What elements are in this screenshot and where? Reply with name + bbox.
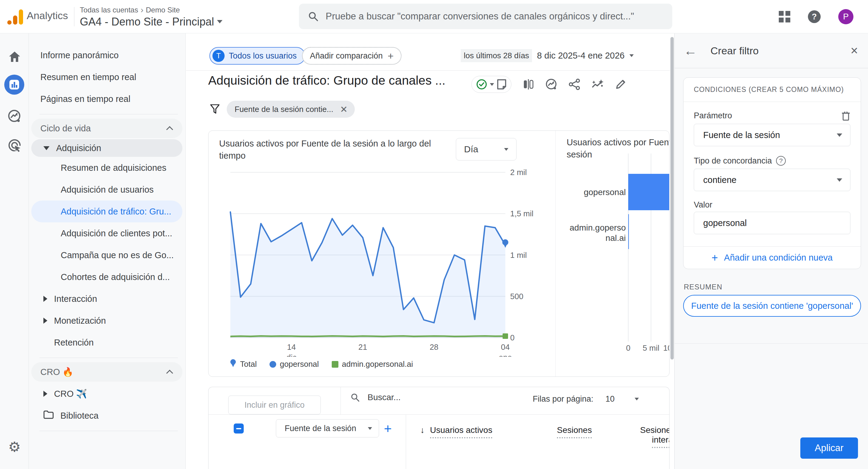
add-condition-button[interactable]: + Añadir una condición nueva [683, 247, 861, 269]
svg-text:1,5 mil: 1,5 mil [510, 209, 533, 218]
rows-per-page-select[interactable]: Filas por página: 10 [533, 395, 639, 404]
granularity-select[interactable]: Día [456, 138, 517, 160]
sidebar-item-ciclo-de-vida[interactable]: Ciclo de vida [31, 119, 182, 138]
sidebar-item-adquisici-n-de-usuarios[interactable]: Adquisición de usuarios [29, 179, 185, 200]
include-in-chart-button[interactable]: Incluir en gráfico [228, 396, 321, 414]
sidebar-item-adquisici-n-de-clientes-pot[interactable]: Adquisición de clientes pot... [29, 222, 185, 244]
sidebar-item-p-ginas-en-tiempo-real[interactable]: Páginas en tiempo real [29, 88, 185, 110]
close-icon[interactable]: ✕ [340, 104, 347, 115]
sidebar-item-cro[interactable]: CRO 🔥 [31, 362, 182, 382]
close-icon[interactable]: × [850, 43, 858, 58]
chevron-up-icon[interactable] [166, 370, 173, 377]
legend-label: gopersonal [280, 359, 319, 369]
match-type-select[interactable]: contiene [694, 169, 850, 191]
chevron-up-icon[interactable] [166, 126, 173, 133]
column-header-active-users[interactable]: ↓ Usuarios activos [420, 425, 492, 435]
column-header-sessions[interactable]: Sesiones [557, 425, 592, 435]
legend-item-admin-gopersonal-ai[interactable]: admin.gopersonal.ai [332, 359, 413, 369]
legend-item-total[interactable]: Total [230, 359, 257, 370]
line-chart-title: Usuarios activos por Fuente de la sesión… [219, 137, 438, 162]
legend-pin-icon [230, 359, 237, 370]
audience-chip[interactable]: T Todos los usuarios [209, 47, 305, 65]
sidebar-item-label: Monetización [54, 316, 106, 326]
svg-text:5 mil: 5 mil [643, 343, 659, 352]
analytics-logo-icon[interactable] [7, 9, 23, 25]
value-label: Valor [694, 200, 712, 210]
add-dimension-button[interactable]: + [384, 421, 392, 436]
chevron-down-icon [504, 148, 508, 151]
help-icon[interactable]: ? [776, 156, 786, 166]
chevron-collapsed-icon[interactable] [43, 318, 48, 324]
sidebar-item-adquisici-n[interactable]: Adquisición [31, 139, 182, 157]
sidebar-item-cro[interactable]: CRO ✈️ [29, 383, 185, 405]
back-arrow-icon[interactable]: ← [684, 43, 697, 58]
sidebar-item-label: Adquisición de usuarios [61, 185, 154, 195]
property-selector[interactable]: Todas las cuentas › Demo Site GA4 - Demo… [80, 5, 222, 28]
avatar[interactable]: P [838, 9, 854, 24]
data-quality-button[interactable] [471, 76, 512, 93]
value-input[interactable]: gopersonal [694, 212, 850, 234]
svg-text:0: 0 [510, 333, 515, 342]
column-header-engaged-sessions[interactable]: Sesiones c interacc [640, 425, 670, 445]
sidebar-item-cohortes-de-adquisici-n-d[interactable]: Cohortes de adquisición d... [29, 266, 185, 288]
search-icon [308, 11, 318, 22]
search-input[interactable]: Pruebe a buscar "comparar conversiones d… [299, 4, 672, 29]
svg-text:10 mil: 10 mil [663, 343, 670, 352]
sidebar-item-campa-a-que-no-es-de-go[interactable]: Campaña que no es de Go... [29, 244, 185, 266]
insights-compass-icon[interactable] [546, 78, 558, 90]
svg-text:nal.ai: nal.ai [606, 233, 626, 243]
explore-icon[interactable] [0, 109, 29, 123]
legend-item-gopersonal[interactable]: gopersonal [270, 359, 319, 369]
legend-circle-icon [270, 361, 276, 368]
sidebar-item-adquisici-n-de-tr-fico-gru[interactable]: Adquisición de tráfico: Gru... [31, 200, 182, 222]
table-search-input[interactable]: Buscar... [350, 393, 401, 402]
dimension-select[interactable]: Fuente de la sesión [276, 419, 379, 437]
admin-gear-icon[interactable]: ⚙ [0, 439, 29, 455]
scrollbar[interactable] [671, 37, 674, 359]
sidebar-item-monetizaci-n[interactable]: Monetización [29, 310, 185, 332]
chevron-expanded-icon[interactable] [43, 146, 50, 150]
date-range-picker[interactable]: los últimos 28 días 8 dic 2025-4 ene 202… [461, 49, 634, 62]
comparison-bars-icon[interactable] [522, 78, 534, 90]
summary-label: RESUMEN [684, 283, 722, 291]
page-title: Adquisición de tráfico: Grupo de canales… [208, 73, 445, 88]
chart-legend: Totalgopersonaladmin.gopersonal.ai [230, 359, 413, 370]
apply-button[interactable]: Aplicar [800, 437, 858, 459]
chevron-collapsed-icon[interactable] [43, 391, 48, 397]
trash-icon[interactable] [841, 111, 850, 121]
sparkline-insights-icon[interactable] [591, 78, 603, 90]
svg-text:0: 0 [626, 343, 630, 352]
sidebar-item-interacci-n[interactable]: Interacción [29, 288, 185, 310]
sidebar-item-biblioteca[interactable]: Biblioteca [29, 405, 185, 427]
share-icon[interactable] [568, 78, 581, 90]
sidebar-item-label: Páginas en tiempo real [40, 94, 130, 104]
divider [186, 70, 670, 71]
add-comparison-button[interactable]: Añadir comparación + [302, 47, 402, 65]
sidebar-item-resumen-de-adquisiciones[interactable]: Resumen de adquisiciones [29, 157, 185, 179]
top-app-bar: Analytics Todas las cuentas › Demo Site … [0, 0, 868, 33]
chevron-collapsed-icon[interactable] [43, 296, 48, 302]
folder-icon [43, 410, 54, 421]
sidebar-item-resumen-en-tiempo-real[interactable]: Resumen en tiempo real [29, 66, 185, 88]
app-name: Analytics [27, 10, 68, 22]
reports-icon[interactable] [4, 74, 24, 95]
sidebar-item-informe-panor-mico[interactable]: Informe panorámico [29, 44, 185, 66]
divider [555, 131, 556, 377]
svg-text:2 mil: 2 mil [510, 169, 527, 177]
plus-icon: + [712, 251, 718, 264]
parameter-select[interactable]: Fuente de la sesión [694, 124, 850, 146]
chevron-down-icon [368, 427, 372, 430]
sort-desc-icon: ↓ [420, 425, 425, 435]
edit-pencil-icon[interactable] [615, 78, 627, 90]
home-icon[interactable] [0, 51, 29, 62]
svg-text:admin.goperso: admin.goperso [570, 223, 626, 232]
active-filter-chip[interactable]: Fuente de la sesión contie... ✕ [227, 101, 355, 118]
select-all-checkbox[interactable] [234, 424, 244, 434]
svg-text:dic: dic [286, 353, 297, 357]
conditions-card: CONDICIONES (CREAR 5 COMO MÁXIMO) Paráme… [683, 77, 861, 269]
sidebar-item-retenci-n[interactable]: Retención [29, 332, 185, 353]
chevron-down-icon [490, 83, 494, 86]
advertising-icon[interactable] [0, 138, 29, 152]
help-icon[interactable]: ? [808, 10, 820, 23]
google-apps-grid-icon[interactable] [779, 11, 790, 23]
